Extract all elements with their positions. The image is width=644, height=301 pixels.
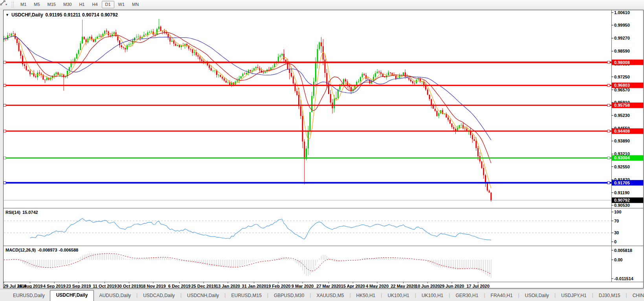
svg-text:0.94408: 0.94408 (614, 129, 630, 133)
timeframe-button-w1[interactable]: W1 (115, 1, 128, 8)
date-axis-tick: 25 Dec 2019 (191, 284, 216, 288)
chart-tab-hk50-h1[interactable]: HK50,H1 (351, 291, 381, 301)
date-axis-tick: 13 Jan 2020 (216, 284, 240, 288)
timeframe-button-mn[interactable]: MN (128, 1, 142, 8)
macd-axis-tick: 0.00 (614, 257, 622, 262)
macd-axis-tick: 0.005818 (614, 248, 632, 253)
candlesticks (4, 19, 492, 202)
top-toolbar: ▾ M1M5M15M30H1H4D1W1MN (0, 0, 644, 9)
chart-window: 1.006100.999500.992700.985900.979300.972… (3, 10, 644, 288)
date-axis-tick: 15 Apr 2020 (341, 284, 365, 288)
timeframe-button-m15[interactable]: M15 (44, 1, 59, 8)
timeframe-button-m5[interactable]: M5 (30, 1, 43, 8)
chart-tab-eurusd-daily[interactable]: EURUSD,Daily (8, 291, 50, 301)
price-axis-tick: 0.99270 (614, 36, 630, 40)
price-axis-tick: 0.93890 (614, 139, 630, 143)
ohlc-high: 0.91211 (64, 12, 81, 18)
horizontal-line-0.94408[interactable] (4, 130, 611, 132)
symbol-dropdown-icon[interactable]: ▼ (6, 13, 9, 17)
horizontal-line-0.98008[interactable] (4, 61, 611, 64)
chart-tab-usdcnh-daily[interactable]: USDCNH,Daily (182, 291, 224, 301)
price-axis-tick: 0.91190 (614, 190, 629, 195)
cursor-tool-button[interactable]: ▾ (2, 2, 9, 7)
chart-tab-xauusd-m5[interactable]: XAUUSD,M5 (311, 291, 349, 301)
chart-canvas[interactable]: 1.006100.999500.992700.985900.979300.972… (4, 10, 643, 288)
price-line-tag: 0.96803 (612, 82, 643, 88)
chart-tab-audusd-daily[interactable]: AUDUSD,Daily (94, 291, 136, 301)
caret-down-icon: ▾ (6, 3, 7, 6)
symbol-period-label: USDCHF,Daily (11, 12, 43, 18)
price-line-tag: 0.93004 (612, 155, 643, 161)
chart-tab-usoil-daily[interactable]: USOil,Daily (520, 291, 554, 301)
rsi-axis-tick: 0 (614, 239, 616, 244)
chart-tab-dj30-m15[interactable]: DJ30,M15 (594, 291, 626, 301)
rsi-value: 15.0742 (22, 210, 38, 215)
price-axis: 1.006100.999500.992700.985900.979300.972… (611, 10, 630, 208)
timeframe-button-d1[interactable]: D1 (102, 1, 114, 8)
date-axis-tick: 23 Sep 2019 (66, 284, 91, 288)
date-axis-tick: 16 Aug 2019 (18, 284, 43, 288)
moving-average-line-5 (4, 30, 491, 188)
rsi-axis-tick: 70 (614, 219, 619, 223)
date-axis-tick: 31 Jan 2020 (242, 284, 266, 288)
svg-text:0.93004: 0.93004 (614, 155, 630, 160)
date-axis-tick: 29 Jun 2020 (440, 284, 464, 288)
svg-text:0.96803: 0.96803 (614, 83, 630, 88)
horizontal-line-0.91705[interactable] (4, 182, 611, 184)
date-axis-tick: 22 May 2020 (391, 284, 416, 288)
rsi-label: RSI(14) (6, 210, 20, 215)
macd-value: -0.008973 (38, 248, 57, 252)
chart-tab-gbpusd-m30[interactable]: GBPUSD,M30 (269, 291, 309, 301)
chart-tab-usdcad-daily[interactable]: USDCAD,Daily (138, 291, 180, 301)
macd-pane: 0.0058180.00-0.011514 (4, 248, 634, 281)
chart-tab-uk100-h1[interactable]: UK100,H1 (416, 291, 448, 301)
timeframe-button-m1[interactable]: M1 (17, 1, 30, 8)
svg-text:0.91705: 0.91705 (614, 181, 630, 185)
price-axis-tick: 1.00610 (614, 10, 630, 15)
date-axis-tick: 11 Oct 2019 (93, 284, 117, 288)
date-axis: 29 Jul 201916 Aug 20194 Sep 201923 Sep 2… (4, 282, 490, 288)
price-axis-tick: 0.99950 (614, 23, 630, 27)
horizontal-line-0.95758[interactable] (4, 104, 611, 106)
ohlc-close: 0.90792 (101, 12, 117, 18)
svg-text:0.98008: 0.98008 (614, 60, 630, 65)
ohlc-low: 0.90714 (82, 12, 99, 18)
date-axis-tick: 4 May 2020 (366, 284, 389, 288)
timeframe-button-group: M1M5M15M30H1H4D1W1MN (17, 1, 142, 8)
chart-tab-bar: EURUSD,DailyUSDCHF,DailyAUDUSD,Daily|USD… (0, 289, 644, 301)
date-axis-tick: 18 Nov 2019 (141, 284, 166, 288)
ohlc-open: 0.91195 (46, 12, 62, 18)
timeframe-button-h1[interactable]: H1 (75, 1, 88, 8)
chart-tab-china300-h4[interactable]: CHINA300,H4 (627, 291, 644, 301)
price-axis-tick: 0.98590 (614, 49, 630, 53)
macd-histogram (4, 253, 491, 278)
macd-signal-line (4, 254, 491, 274)
price-axis-tick: 0.96570 (614, 88, 630, 92)
date-axis-tick: 4 Sep 2019 (43, 284, 66, 288)
price-line-tag: 0.94408 (612, 128, 643, 134)
chart-tab-usdchf-daily[interactable]: USDCHF,Daily (50, 290, 94, 301)
timeframe-button-h4[interactable]: H4 (88, 1, 101, 8)
toolbar-grip (12, 2, 14, 8)
date-axis-tick: 9 Mar 2020 (292, 284, 314, 288)
horizontal-line-0.93004[interactable] (4, 157, 611, 159)
chart-tab-fra40-h1[interactable]: FRA40,H1 (486, 291, 518, 301)
chart-tab-usdjpy-h1[interactable]: USDJPY,H1 (556, 291, 591, 301)
price-axis-tick: 0.97250 (614, 75, 630, 79)
date-axis-tick: 30 Oct 2019 (117, 284, 141, 288)
chart-tab-ger30-h1[interactable]: GER30,H1 (450, 291, 483, 301)
horizontal-line-0.96803[interactable] (4, 84, 611, 86)
chart-tab-eurusd-m15[interactable]: EURUSD,M15 (226, 291, 266, 301)
date-axis-tick: 27 Mar 2020 (316, 284, 341, 288)
macd-label: MACD(12,26,9) (6, 248, 36, 252)
macd-signal-value: -0.006588 (59, 248, 79, 252)
rsi-pane: 10070300 (4, 210, 621, 244)
price-line-tag: 0.91705 (612, 180, 643, 186)
moving-average-line-30 (4, 36, 491, 140)
date-axis-tick: 19 Feb 2020 (266, 284, 290, 288)
price-axis-tick: 0.92550 (614, 164, 630, 169)
price-line-tag: 0.98008 (612, 60, 643, 65)
svg-text:0.90792: 0.90792 (614, 198, 630, 202)
timeframe-button-m30[interactable]: M30 (60, 1, 75, 8)
chart-tab-uk100-h1[interactable]: UK100,H1 (382, 291, 414, 301)
